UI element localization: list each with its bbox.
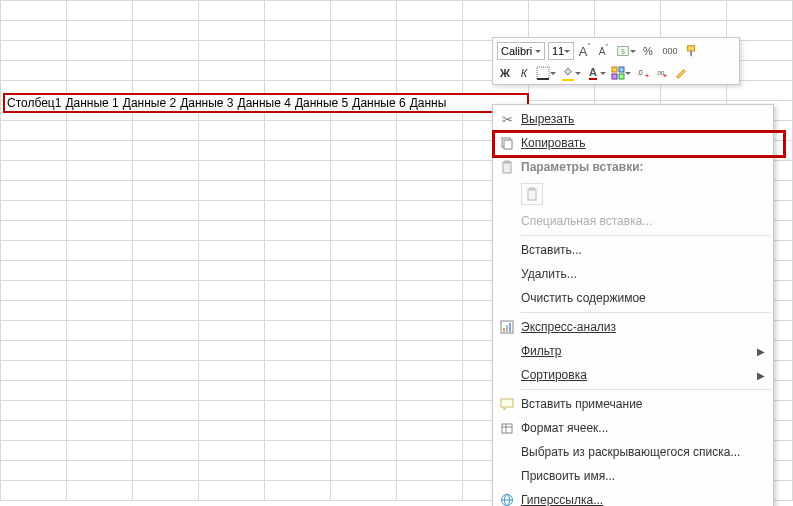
increase-decimal-button[interactable]: .00	[654, 64, 670, 82]
clipboard-icon	[493, 160, 521, 174]
menu-hyperlink[interactable]: Гиперссылка...	[493, 488, 773, 506]
cell-styles-icon	[611, 66, 625, 80]
paste-option-default[interactable]	[521, 183, 543, 205]
menu-filter[interactable]: Фильтр ▶	[493, 339, 773, 363]
menu-clear-contents[interactable]: Очистить содержимое	[493, 286, 773, 310]
menu-delete[interactable]: Удалить...	[493, 262, 773, 286]
svg-rect-15	[505, 161, 509, 163]
svg-rect-20	[506, 325, 508, 332]
font-color-button[interactable]: А	[585, 64, 601, 82]
hyperlink-icon	[493, 493, 521, 506]
svg-rect-8	[612, 74, 617, 79]
menu-insert-comment[interactable]: Вставить примечание	[493, 392, 773, 416]
scissors-icon: ✂	[493, 112, 521, 127]
font-size-select[interactable]: 11	[548, 42, 574, 60]
clipboard-small-icon	[525, 187, 539, 201]
menu-separator	[521, 235, 771, 236]
decrease-decimal-button[interactable]: .0	[635, 64, 651, 82]
svg-rect-16	[528, 189, 536, 200]
selected-row-highlight: Столбец1 Данные 1 Данные 2 Данные 3 Данн…	[3, 93, 529, 113]
menu-paste-special: Специальная вставка...	[493, 209, 773, 233]
borders-icon	[536, 66, 550, 80]
cell[interactable]: Данные 6	[350, 96, 407, 110]
cell[interactable]: Данные 1	[63, 96, 120, 110]
svg-rect-7	[619, 67, 624, 72]
dec-decimal-icon: .0	[636, 66, 650, 80]
accounting-format-button[interactable]: $	[615, 42, 631, 60]
svg-rect-22	[501, 399, 513, 407]
copy-icon	[493, 136, 521, 150]
menu-quick-analysis[interactable]: Экспресс-анализ	[493, 315, 773, 339]
cell[interactable]: Данные 3	[178, 96, 235, 110]
format-cells-icon	[493, 421, 521, 435]
menu-dropdown-list[interactable]: Выбрать из раскрывающегося списка...	[493, 440, 773, 464]
brush-icon	[674, 66, 688, 80]
menu-separator	[521, 389, 771, 390]
svg-rect-2	[688, 46, 695, 51]
svg-rect-14	[503, 162, 511, 173]
mini-toolbar: Calibri 11 A˄ A˅ $ % 000 Ж К А .0	[492, 37, 740, 85]
cell[interactable]: Данные 4	[236, 96, 293, 110]
menu-paste-options-heading: Параметры вставки:	[493, 155, 773, 179]
svg-text:.0: .0	[637, 69, 643, 76]
menu-insert[interactable]: Вставить...	[493, 238, 773, 262]
menu-cut[interactable]: ✂ Вырезать	[493, 107, 773, 131]
quick-analysis-icon	[493, 320, 521, 334]
svg-rect-23	[502, 424, 512, 433]
svg-text:.00: .00	[656, 69, 665, 76]
svg-rect-3	[690, 51, 692, 56]
svg-rect-17	[530, 188, 534, 190]
thousand-separator-button[interactable]: 000	[659, 42, 681, 60]
paste-options-row	[493, 179, 773, 209]
cell-styles-button[interactable]	[610, 64, 626, 82]
menu-sort[interactable]: Сортировка ▶	[493, 363, 773, 387]
format-painter-button-2[interactable]	[673, 64, 689, 82]
cell[interactable]: Данные 5	[293, 96, 350, 110]
font-family-select[interactable]: Calibri	[497, 42, 545, 60]
shrink-font-button[interactable]: A˅	[596, 42, 612, 60]
format-painter-icon	[685, 44, 699, 58]
borders-button[interactable]	[535, 64, 551, 82]
menu-copy[interactable]: Копировать	[493, 131, 773, 155]
svg-rect-21	[509, 323, 511, 332]
context-menu: ✂ Вырезать Копировать Параметры вставки:…	[492, 104, 774, 506]
menu-format-cells[interactable]: Формат ячеек...	[493, 416, 773, 440]
menu-separator	[521, 312, 771, 313]
fill-bucket-icon	[562, 66, 574, 81]
cell[interactable]: Данные 2	[121, 96, 178, 110]
submenu-arrow-icon: ▶	[755, 370, 767, 381]
svg-rect-19	[503, 328, 505, 332]
svg-rect-4	[537, 67, 549, 79]
menu-define-name[interactable]: Присвоить имя...	[493, 464, 773, 488]
font-color-icon: А	[589, 67, 597, 80]
comment-icon	[493, 397, 521, 411]
svg-rect-6	[612, 67, 617, 72]
inc-decimal-icon: .00	[655, 66, 669, 80]
format-painter-button[interactable]	[684, 42, 700, 60]
accounting-icon: $	[616, 44, 630, 58]
svg-rect-13	[504, 140, 512, 149]
cell[interactable]: Столбец1	[5, 96, 63, 110]
bold-button[interactable]: Ж	[497, 64, 513, 82]
fill-color-button[interactable]	[560, 64, 576, 82]
submenu-arrow-icon: ▶	[755, 346, 767, 357]
percent-button[interactable]: %	[640, 42, 656, 60]
svg-rect-9	[619, 74, 624, 79]
svg-text:$: $	[621, 48, 625, 55]
italic-button[interactable]: К	[516, 64, 532, 82]
grow-font-button[interactable]: A˄	[577, 42, 593, 60]
cell[interactable]: Данны	[408, 96, 449, 110]
